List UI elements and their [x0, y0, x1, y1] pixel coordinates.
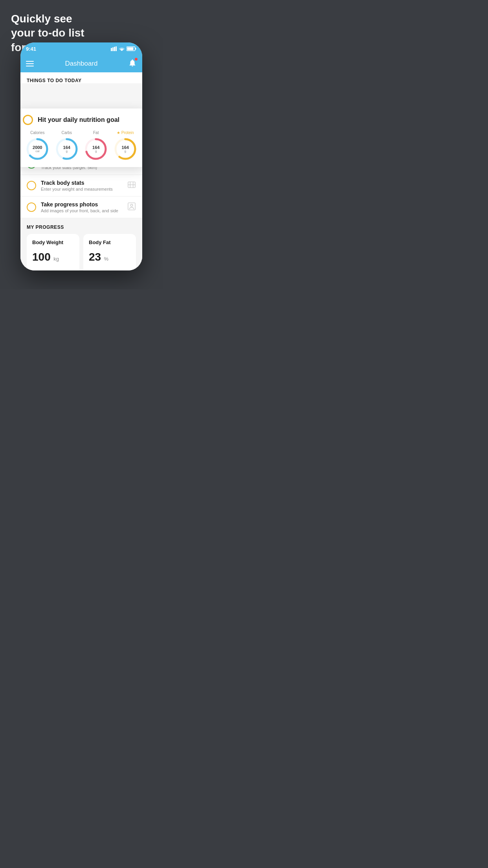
header-title: Dashboard: [65, 60, 97, 68]
phone-mockup: 9:41 Dashboar: [20, 42, 142, 270]
calories-circle: 2000 cal: [26, 137, 49, 161]
task-body-stats[interactable]: Track body stats Enter your weight and m…: [20, 175, 142, 197]
progress-section: MY PROGRESS Body Weight 100 kg: [20, 218, 142, 270]
nutrition-calories: Calories 2000 cal: [26, 131, 49, 161]
menu-line-3: [26, 66, 34, 66]
svg-rect-2: [114, 47, 115, 51]
progress-cards: Body Weight 100 kg: [27, 234, 136, 270]
fat-circle: 164 g: [84, 137, 108, 161]
status-time: 9:41: [26, 46, 36, 52]
body-stats-desc: Enter your weight and measurements: [41, 187, 123, 191]
app-header: Dashboard: [20, 55, 142, 72]
body-fat-number: 23: [89, 251, 101, 263]
scale-icon: [127, 180, 136, 191]
nutrition-carbs: Carbs 164 g: [55, 131, 79, 161]
calories-label: Calories: [30, 131, 45, 135]
nutrition-protein: ★ Protein 164 g: [114, 131, 137, 161]
carbs-value: 164 g: [63, 145, 70, 153]
card-header: Hit your daily nutrition goal: [23, 115, 140, 125]
body-stats-check: [27, 181, 36, 190]
body-weight-unit: kg: [53, 256, 59, 262]
status-icons: [111, 46, 137, 51]
nutrition-check-circle[interactable]: [23, 115, 33, 125]
body-stats-info: Track body stats Enter your weight and m…: [41, 180, 123, 191]
photos-check: [27, 202, 36, 212]
person-icon: [127, 202, 136, 213]
task-progress-photos[interactable]: Take progress photos Add images of your …: [20, 197, 142, 218]
protein-label: ★ Protein: [117, 131, 134, 135]
progress-title: MY PROGRESS: [27, 224, 136, 230]
body-weight-chart: [32, 267, 74, 270]
photos-info: Take progress photos Add images of your …: [41, 201, 123, 213]
body-weight-value-row: 100 kg: [32, 251, 74, 263]
section-title: THINGS TO DO TODAY: [27, 78, 136, 83]
section-header: THINGS TO DO TODAY: [20, 72, 142, 83]
star-icon: ★: [117, 131, 120, 135]
svg-rect-0: [111, 48, 112, 51]
body-weight-card: Body Weight 100 kg: [27, 234, 79, 270]
body-weight-number: 100: [32, 251, 51, 263]
notification-dot: [135, 58, 138, 61]
fat-value: 164 g: [92, 145, 99, 153]
svg-rect-5: [135, 48, 136, 50]
status-bar: 9:41: [20, 42, 142, 55]
body-stats-title: Track body stats: [41, 180, 123, 186]
notification-button[interactable]: [128, 59, 137, 69]
body-fat-card: Body Fat 23 %: [83, 234, 136, 270]
nutrition-grid: Calories 2000 cal: [23, 131, 140, 161]
svg-rect-3: [116, 46, 117, 51]
photos-desc: Add images of your front, back, and side: [41, 208, 123, 213]
menu-line-1: [26, 61, 34, 62]
phone-content: THINGS TO DO TODAY Hit your daily nutrit…: [20, 72, 142, 270]
nutrition-fat: Fat 164 g: [84, 131, 108, 161]
calories-value: 2000 cal: [33, 145, 42, 153]
fat-label: Fat: [93, 131, 99, 135]
card-title: Hit your daily nutrition goal: [38, 116, 119, 123]
body-fat-value-row: 23 %: [89, 251, 130, 263]
menu-line-2: [26, 63, 34, 64]
protein-circle: 164 g: [114, 137, 137, 161]
carbs-label: Carbs: [61, 131, 72, 135]
svg-rect-6: [127, 48, 134, 50]
protein-value: 164 g: [122, 145, 129, 153]
body-fat-unit: %: [104, 256, 109, 262]
svg-point-21: [130, 204, 133, 206]
nutrition-card: Hit your daily nutrition goal Calories: [20, 108, 142, 167]
photos-title: Take progress photos: [41, 201, 123, 208]
menu-button[interactable]: [26, 61, 34, 66]
body-weight-label: Body Weight: [32, 239, 74, 245]
body-fat-chart: [89, 267, 130, 270]
carbs-circle: 164 g: [55, 137, 79, 161]
body-fat-label: Body Fat: [89, 239, 130, 245]
svg-rect-1: [112, 48, 114, 51]
